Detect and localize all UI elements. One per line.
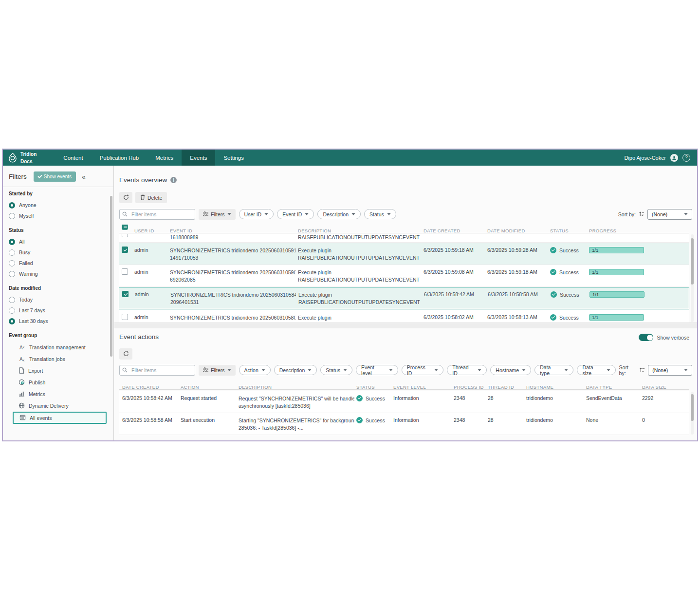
col-event-id[interactable]: EVENT ID xyxy=(170,228,295,233)
info-icon[interactable]: i xyxy=(170,177,177,183)
status-badge: Success xyxy=(356,395,391,401)
tab-events[interactable]: Events xyxy=(182,150,215,166)
sidebar-item-all-events[interactable]: All events xyxy=(13,412,107,424)
radio-today[interactable]: Today xyxy=(9,294,108,305)
radio-busy[interactable]: Busy xyxy=(9,247,108,258)
actions-sort: Sort by: (None) xyxy=(619,364,692,376)
radio-myself[interactable]: Myself xyxy=(9,210,108,221)
filter-items-input[interactable] xyxy=(119,365,195,376)
sort-select[interactable]: (None) xyxy=(648,365,692,376)
tab-settings[interactable]: Settings xyxy=(215,150,252,166)
radio-all[interactable]: All xyxy=(9,236,108,247)
tab-publication-hub[interactable]: Publication Hub xyxy=(92,150,147,166)
filters-button[interactable]: Filters xyxy=(199,209,236,220)
row-checkbox[interactable] xyxy=(122,314,128,320)
table-row[interactable]: 6/3/2025 10:58:42 AM Request started Req… xyxy=(119,391,689,413)
col-status[interactable]: STATUS xyxy=(550,228,587,233)
sidebar-item-metrics[interactable]: Metrics xyxy=(9,388,108,400)
col-hostname[interactable]: HOSTNAME xyxy=(526,384,577,390)
radio-last-7-days[interactable]: Last 7 days xyxy=(9,305,108,316)
col-data-type[interactable]: DATA TYPE xyxy=(586,384,637,390)
pill-process-id[interactable]: Process ID xyxy=(402,365,444,375)
pill-data-type[interactable]: Data type xyxy=(534,365,573,375)
col-thread-id[interactable]: THREAD ID xyxy=(488,384,516,390)
brand[interactable]: Tridion Docs xyxy=(3,151,43,165)
radio-anyone[interactable]: Anyone xyxy=(9,200,108,210)
row-checkbox[interactable] xyxy=(122,268,128,275)
cell-user-id: admin xyxy=(135,291,168,297)
sidebar-item-translation-jobs[interactable]: Aₓ Translation jobs xyxy=(9,353,108,365)
filters-button[interactable]: Filters xyxy=(199,365,236,376)
col-date-modified[interactable]: DATE MODIFIED xyxy=(487,228,548,233)
refresh-button[interactable] xyxy=(119,192,132,203)
table-row-partial[interactable]: 1618808989 RAISEPUBLICATIONOUTPUTUPDATES… xyxy=(119,234,689,243)
table-row[interactable]: admin SYNCHRONIZEMETRICS tridiondemo 202… xyxy=(119,265,689,287)
chevron-down-icon xyxy=(684,369,688,371)
pill-event-id[interactable]: Event ID xyxy=(277,209,314,219)
status-label: Success xyxy=(560,292,579,298)
progress-bar: 1/1 xyxy=(589,247,644,253)
actions-scrollbar[interactable] xyxy=(691,392,694,435)
nav-tabs: Content Publication Hub Metrics Events S… xyxy=(55,150,252,166)
radio-failed[interactable]: Failed xyxy=(9,258,108,268)
col-description[interactable]: DESCRIPTION xyxy=(298,228,421,233)
row-checkbox[interactable] xyxy=(122,234,128,237)
help-icon[interactable]: ? xyxy=(682,154,690,162)
chevron-down-icon xyxy=(522,369,526,371)
description-line: Execute plugin xyxy=(298,269,421,276)
pill-data-size[interactable]: Data size xyxy=(577,365,615,375)
sort-select[interactable]: (None) xyxy=(647,209,692,220)
sidebar-item-translation-management[interactable]: Aˣ Translation management xyxy=(9,342,108,353)
status-badge: Success xyxy=(550,269,587,275)
collapse-sidebar-icon[interactable]: « xyxy=(82,173,86,181)
show-verbose-toggle[interactable] xyxy=(639,334,653,341)
refresh-button[interactable] xyxy=(119,348,132,360)
pill-status[interactable]: Status xyxy=(364,209,396,219)
avatar-icon[interactable] xyxy=(670,154,678,162)
pill-event-level[interactable]: Event level xyxy=(356,365,398,375)
col-status[interactable]: STATUS xyxy=(356,384,391,390)
tab-content[interactable]: Content xyxy=(55,150,91,166)
pill-action[interactable]: Action xyxy=(239,365,271,375)
sidebar-scrollbar[interactable] xyxy=(110,196,112,357)
col-data-size[interactable]: DATA SIZE xyxy=(642,384,676,390)
row-checkbox[interactable] xyxy=(122,291,129,297)
show-events-button[interactable]: Show events xyxy=(34,171,76,182)
actions-search xyxy=(119,365,195,376)
sidebar-item-dynamic-delivery[interactable]: Dynamic Delivery xyxy=(9,400,108,412)
table-row[interactable]: 6/3/2025 10:58:58 AM Start execution Sta… xyxy=(119,413,689,435)
sidebar-item-export[interactable]: Export xyxy=(9,365,108,377)
sidebar-item-publish[interactable]: Publish xyxy=(9,377,108,388)
cell-event-level: Information xyxy=(393,417,444,423)
pill-user-id[interactable]: User ID xyxy=(239,209,274,219)
delete-button[interactable]: Delete xyxy=(135,192,167,203)
table-row[interactable]: admin SYNCHRONIZEMETRICS tridiondemo 202… xyxy=(119,287,689,309)
cell-date-modified: 6/3/2025 10:58:13 AM xyxy=(487,314,548,320)
row-checkbox[interactable] xyxy=(122,247,128,253)
radio-last-30-days[interactable]: Last 30 days xyxy=(9,316,108,326)
filter-items-input[interactable] xyxy=(119,209,195,220)
col-action[interactable]: ACTION xyxy=(181,384,237,390)
col-event-level[interactable]: EVENT LEVEL xyxy=(393,384,444,390)
select-all-checkbox[interactable] xyxy=(122,225,128,230)
col-progress[interactable]: PROGRESS xyxy=(589,228,646,233)
cell-process-id: 2348 xyxy=(454,395,484,401)
sort-by-label: Sort by: xyxy=(619,364,637,376)
radio-warning[interactable]: Warning xyxy=(9,268,108,279)
col-date-created[interactable]: DATE CREATED xyxy=(424,228,485,233)
pill-label: Event level xyxy=(361,364,386,376)
pill-hostname[interactable]: Hostname xyxy=(490,365,531,375)
col-process-id[interactable]: PROCESS ID xyxy=(454,384,484,390)
table-row[interactable]: admin SYNCHRONIZEMETRICS tridiondemo 202… xyxy=(119,243,689,265)
table-row-partial[interactable]: admin SYNCHRONIZEMETRICS tridiondemo 202… xyxy=(119,310,689,323)
pill-status[interactable]: Status xyxy=(320,365,352,375)
overview-scrollbar[interactable] xyxy=(691,234,694,322)
col-description[interactable]: DESCRIPTION xyxy=(239,384,354,390)
col-user-id[interactable]: USER ID xyxy=(134,228,167,233)
filter-group-event-group: Event group Aˣ Translation management Aₓ… xyxy=(9,333,108,424)
pill-description[interactable]: Description xyxy=(317,209,361,219)
pill-description[interactable]: Description xyxy=(274,365,317,375)
pill-thread-id[interactable]: Thread ID xyxy=(447,365,487,375)
tab-metrics[interactable]: Metrics xyxy=(147,150,182,166)
col-date-created[interactable]: DATE CREATED xyxy=(122,384,180,390)
